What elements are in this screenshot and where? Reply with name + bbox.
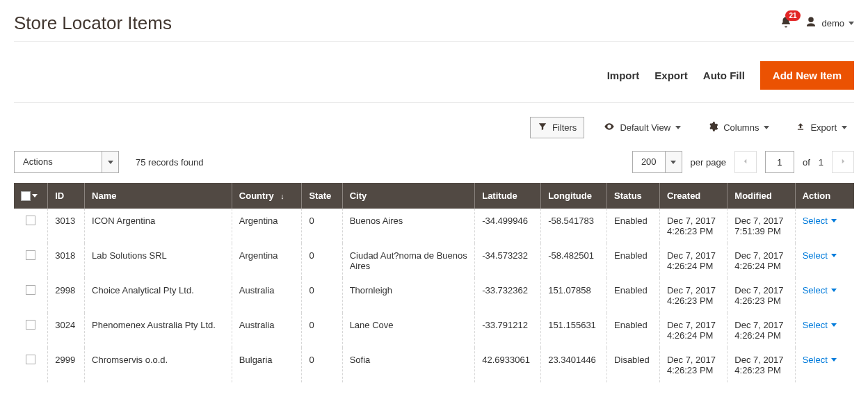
pager-next-button[interactable] [832, 151, 854, 173]
chevron-down-icon [849, 22, 854, 25]
cell: 2998 [48, 278, 85, 313]
cell: Australia [232, 313, 302, 348]
row-checkbox[interactable] [26, 250, 35, 260]
cell: Sofia [342, 348, 475, 382]
total-pages: 1 [819, 157, 823, 168]
cell [14, 278, 48, 313]
cell: -34.499946 [475, 209, 541, 243]
filters-label: Filters [552, 122, 577, 133]
col-id[interactable]: ID [48, 183, 85, 209]
actions-dropdown[interactable]: Actions [14, 151, 119, 173]
cell: Australia [232, 278, 302, 313]
row-action-select[interactable]: Select [803, 320, 847, 330]
cell: Enabled [607, 243, 660, 278]
table-row[interactable]: 3013ICON ArgentinaArgentina0Buenos Aires… [14, 209, 854, 243]
cell: Choice Analytical Pty Ltd. [85, 278, 232, 313]
bell-icon [780, 20, 792, 31]
export-grid-button[interactable]: Export [789, 118, 854, 138]
col-city[interactable]: City [342, 183, 475, 209]
table-row[interactable]: 2999Chromservis o.o.d.Bulgaria0Sofia42.6… [14, 348, 854, 382]
cell: Dec 7, 2017 4:26:24 PM [728, 243, 795, 278]
cell [14, 313, 48, 348]
row-action-select[interactable]: Select [803, 355, 847, 365]
cell: Select [795, 209, 854, 243]
row-action-select[interactable]: Select [803, 216, 847, 226]
cell: Bulgaria [232, 348, 302, 382]
cell: ICON Argentina [85, 209, 232, 243]
cell: 42.6933061 [475, 348, 541, 382]
col-state[interactable]: State [302, 183, 342, 209]
funnel-icon [538, 122, 547, 133]
default-view-label: Default View [620, 122, 670, 133]
user-label: demo [821, 18, 844, 29]
cell: Dec 7, 2017 4:26:23 PM [659, 278, 727, 313]
per-page-label: per page [691, 157, 726, 168]
cell: 23.3401446 [541, 348, 607, 382]
cell: Dec 7, 2017 7:51:39 PM [728, 209, 795, 243]
cell: Dec 7, 2017 4:26:23 PM [659, 209, 727, 243]
col-country-label: Country [239, 191, 274, 201]
col-latitude[interactable]: Latitude [475, 183, 541, 209]
col-status[interactable]: Status [607, 183, 660, 209]
row-checkbox[interactable] [26, 320, 35, 330]
cell: -33.732362 [475, 278, 541, 313]
cell: Phenomenex Australia Pty Ltd. [85, 313, 232, 348]
cell: -58.541783 [541, 209, 607, 243]
cell: Select [795, 313, 854, 348]
filters-button[interactable]: Filters [530, 117, 584, 138]
cell: Chromservis o.o.d. [85, 348, 232, 382]
col-name[interactable]: Name [85, 183, 232, 209]
columns-button[interactable]: Columns [700, 117, 776, 138]
table-row[interactable]: 2998Choice Analytical Pty Ltd.Australia0… [14, 278, 854, 313]
cell: -34.573232 [475, 243, 541, 278]
row-checkbox[interactable] [26, 355, 35, 364]
row-checkbox[interactable] [26, 216, 35, 225]
col-country[interactable]: Country ↓ [232, 183, 302, 209]
table-row[interactable]: 3024Phenomenex Australia Pty Ltd.Austral… [14, 313, 854, 348]
chevron-down-icon [831, 254, 837, 257]
cell: 151.155631 [541, 313, 607, 348]
cell [14, 209, 48, 243]
cell: Argentina [232, 243, 302, 278]
chevron-left-icon [742, 157, 749, 168]
chevron-down-icon [842, 126, 847, 129]
col-created[interactable]: Created [659, 183, 727, 209]
cell: 3013 [48, 209, 85, 243]
user-menu[interactable]: demo [805, 16, 854, 31]
cell: 2999 [48, 348, 85, 382]
chevron-down-icon [108, 161, 113, 164]
col-longitude[interactable]: Longitude [541, 183, 607, 209]
cell: 0 [302, 209, 342, 243]
col-modified[interactable]: Modified [728, 183, 795, 209]
row-action-select[interactable]: Select [803, 250, 847, 261]
cell: Dec 7, 2017 4:26:24 PM [659, 243, 727, 278]
upload-icon [796, 122, 805, 133]
cell: Buenos Aires [342, 209, 475, 243]
col-action: Action [795, 183, 854, 209]
current-page-input[interactable] [765, 151, 794, 173]
gear-icon [707, 121, 718, 134]
import-button[interactable]: Import [607, 70, 640, 81]
page-size-dropdown[interactable]: 200 [632, 151, 682, 173]
page-size-value: 200 [633, 152, 665, 172]
eye-icon [604, 121, 615, 134]
notifications-badge: 21 [785, 10, 800, 21]
cell: Lane Cove [342, 313, 475, 348]
cell: Dec 7, 2017 4:26:23 PM [728, 348, 795, 382]
notifications-button[interactable]: 21 [780, 16, 792, 31]
cell: 0 [302, 348, 342, 382]
col-checkbox[interactable] [14, 183, 48, 209]
export-button[interactable]: Export [654, 70, 688, 81]
add-new-item-button[interactable]: Add New Item [760, 61, 854, 90]
row-checkbox[interactable] [26, 285, 35, 295]
row-action-select[interactable]: Select [803, 285, 847, 295]
auto-fill-button[interactable]: Auto Fill [703, 70, 745, 81]
pager-prev-button[interactable] [734, 151, 757, 173]
table-row[interactable]: 3018Lab Solutions SRLArgentina0Ciudad Au… [14, 243, 854, 278]
cell: Dec 7, 2017 4:26:24 PM [728, 313, 795, 348]
chevron-down-icon [831, 323, 837, 327]
default-view-button[interactable]: Default View [597, 117, 688, 138]
cell: 0 [302, 313, 342, 348]
chevron-down-icon [831, 358, 837, 362]
cell: Enabled [607, 278, 660, 313]
